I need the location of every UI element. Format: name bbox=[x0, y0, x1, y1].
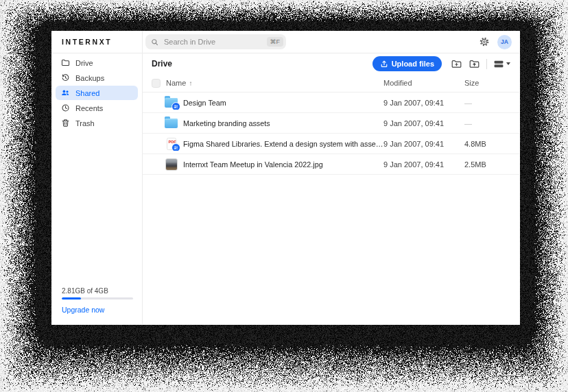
folder-plus-icon bbox=[451, 58, 462, 70]
image-thumbnail bbox=[165, 158, 178, 171]
file-name: Marketing branding assets bbox=[183, 119, 270, 127]
sidebar-item-trash[interactable]: Trash bbox=[56, 116, 138, 130]
sidebar-nav: Drive Backups Shared Recents Trash bbox=[51, 56, 142, 131]
sidebar-item-recents[interactable]: Recents bbox=[56, 101, 138, 115]
storage-meter bbox=[62, 297, 133, 299]
file-size: — bbox=[464, 99, 511, 107]
search-shortcut-badge: ⌘F bbox=[267, 37, 284, 47]
name-column-label[interactable]: Name ↑ bbox=[166, 79, 192, 87]
sidebar-item-shared[interactable]: Shared bbox=[56, 86, 138, 100]
file-name: Internxt Team Meetup in Valencia 2022.jp… bbox=[183, 160, 323, 169]
upload-files-label: Upload files bbox=[392, 60, 434, 68]
internxt-logo: INTERNXT bbox=[62, 38, 112, 46]
storage-section: 2.81GB of 4GB Upgrade now bbox=[51, 287, 142, 324]
sidebar-item-drive[interactable]: Drive bbox=[56, 56, 138, 70]
topbar-right: JA bbox=[479, 35, 512, 49]
file-modified: 9 Jan 2007, 09:41 bbox=[383, 119, 464, 127]
table-row[interactable]: Marketing branding assets 9 Jan 2007, 09… bbox=[143, 113, 519, 134]
folder-icon bbox=[61, 58, 70, 67]
upload-icon bbox=[380, 60, 388, 68]
backup-icon bbox=[61, 73, 70, 82]
table-header: Name ↑ Modified Size bbox=[143, 74, 519, 93]
upload-files-button[interactable]: Upload files bbox=[372, 56, 442, 71]
avatar[interactable]: JA bbox=[497, 35, 512, 49]
table-row[interactable]: Internxt Team Meetup in Valencia 2022.jp… bbox=[143, 154, 519, 175]
chevron-down-icon bbox=[506, 62, 510, 65]
file-modified: 9 Jan 2007, 09:41 bbox=[383, 99, 464, 107]
clock-icon bbox=[61, 103, 70, 112]
shared-badge bbox=[171, 143, 180, 151]
search-bar[interactable]: ⌘F bbox=[145, 34, 286, 49]
select-all-checkbox[interactable] bbox=[152, 79, 161, 88]
file-size: — bbox=[464, 119, 511, 127]
upgrade-link[interactable]: Upgrade now bbox=[62, 306, 133, 314]
file-icon bbox=[164, 117, 178, 130]
breadcrumb: Drive bbox=[152, 59, 172, 69]
file-name-cell: Internxt Team Meetup in Valencia 2022.jp… bbox=[152, 158, 383, 171]
file-list: Design Team 9 Jan 2007, 09:41 — Marketin… bbox=[143, 93, 519, 175]
name-column-header: Name ↑ bbox=[152, 79, 383, 88]
folder-icon bbox=[165, 119, 178, 128]
file-name-cell: Marketing branding assets bbox=[152, 117, 383, 130]
header-actions: Upload files bbox=[372, 56, 510, 71]
file-name-cell: Design Team bbox=[152, 96, 383, 110]
view-mode-selector[interactable] bbox=[493, 60, 510, 69]
sidebar-item-backups[interactable]: Backups bbox=[56, 71, 138, 85]
toolbar-divider bbox=[486, 59, 487, 69]
create-folder-button[interactable] bbox=[451, 58, 462, 70]
topbar: ⌘F JA bbox=[143, 31, 519, 53]
file-icon bbox=[164, 158, 178, 171]
file-name-cell: PDF Figma Shared Libraries. Extend a des… bbox=[152, 137, 383, 151]
file-icon: PDF bbox=[164, 137, 178, 151]
file-name: Design Team bbox=[183, 99, 226, 107]
trash-icon bbox=[61, 119, 70, 127]
content-header: Drive Upload files bbox=[143, 53, 519, 74]
search-input[interactable] bbox=[163, 37, 267, 47]
table-row[interactable]: PDF Figma Shared Libraries. Extend a des… bbox=[143, 134, 519, 154]
people-icon bbox=[61, 88, 70, 97]
main-content: Drive Upload files bbox=[143, 53, 519, 324]
size-column-header[interactable]: Size bbox=[464, 79, 511, 87]
storage-usage-text: 2.81GB of 4GB bbox=[62, 287, 133, 295]
storage-meter-fill bbox=[62, 297, 81, 299]
file-modified: 9 Jan 2007, 09:41 bbox=[383, 140, 464, 148]
search-icon bbox=[151, 38, 158, 46]
file-icon bbox=[164, 96, 178, 110]
file-modified: 9 Jan 2007, 09:41 bbox=[383, 160, 464, 169]
gear-icon bbox=[479, 36, 490, 47]
list-view-icon bbox=[493, 60, 504, 69]
settings-button[interactable] bbox=[479, 36, 490, 47]
app-window: INTERNXT ⌘F JA Drive Backups Shared Rece… bbox=[51, 31, 519, 324]
logo-area: INTERNXT bbox=[51, 31, 143, 53]
sidebar: Drive Backups Shared Recents Trash 2.81G… bbox=[51, 53, 143, 324]
upload-folder-button[interactable] bbox=[469, 58, 480, 70]
shared-badge bbox=[171, 102, 180, 110]
table-row[interactable]: Design Team 9 Jan 2007, 09:41 — bbox=[143, 93, 519, 113]
file-size: 2.5MB bbox=[464, 160, 511, 169]
file-size: 4.8MB bbox=[464, 140, 511, 148]
modified-column-header[interactable]: Modified bbox=[383, 79, 464, 87]
folder-upload-icon bbox=[469, 58, 480, 70]
file-name: Figma Shared Libraries. Extend a design … bbox=[183, 140, 383, 148]
sort-ascending-icon: ↑ bbox=[189, 79, 192, 87]
